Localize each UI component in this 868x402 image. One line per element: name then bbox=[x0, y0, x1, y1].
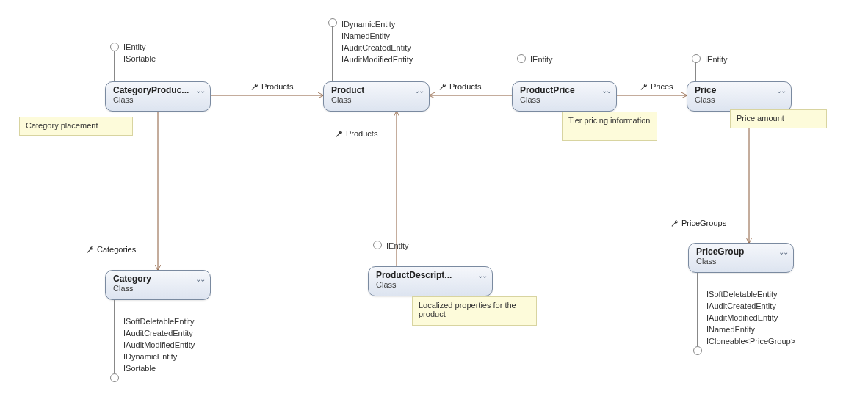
assoc-text: Categories bbox=[97, 245, 136, 254]
interface-item: INamedEntity bbox=[341, 30, 413, 42]
note-localized-props: Localized properties for the product bbox=[412, 296, 537, 326]
interface-item: IEntity bbox=[386, 240, 409, 252]
interface-item: ICloneable<PriceGroup> bbox=[706, 335, 795, 347]
interface-item: IDynamicEntity bbox=[341, 18, 413, 30]
class-subtitle: Class bbox=[331, 95, 422, 104]
lollipop-stem bbox=[114, 51, 115, 81]
interface-item: IAuditCreatedEntity bbox=[341, 42, 413, 54]
class-productdescription[interactable]: ProductDescript... Class ⌄⌄ bbox=[368, 266, 493, 296]
interface-item: IEntity bbox=[705, 54, 728, 65]
assoc-text: Products bbox=[449, 82, 481, 91]
interface-list-category: ISoftDeletableEntity IAuditCreatedEntity… bbox=[123, 315, 195, 374]
class-subtitle: Class bbox=[520, 95, 609, 104]
interface-item: ISoftDeletableEntity bbox=[123, 315, 195, 327]
class-title: CategoryProduc... bbox=[113, 85, 203, 95]
class-title: Product bbox=[331, 85, 422, 95]
note-price-amount: Price amount bbox=[730, 109, 827, 128]
wrench-icon bbox=[335, 130, 344, 139]
class-subtitle: Class bbox=[113, 284, 203, 293]
interface-item: INamedEntity bbox=[706, 324, 795, 335]
lollipop-icon bbox=[110, 43, 119, 51]
lollipop-stem bbox=[697, 273, 698, 346]
lollipop-icon bbox=[328, 18, 337, 27]
interface-item: IEntity bbox=[530, 54, 553, 65]
interface-item: IAuditModifiedEntity bbox=[341, 54, 413, 65]
interface-list-categoryproduct: IEntity ISortable bbox=[123, 41, 156, 65]
assoc-prices: Prices bbox=[640, 82, 673, 92]
interface-item: IAuditModifiedEntity bbox=[706, 312, 795, 324]
wrench-icon bbox=[250, 83, 259, 92]
interface-item: IAuditModifiedEntity bbox=[123, 339, 195, 351]
interface-list-productdescription: IEntity bbox=[386, 240, 409, 252]
expand-chevron-icon[interactable]: ⌄⌄ bbox=[195, 275, 204, 283]
assoc-categories: Categories bbox=[86, 245, 136, 255]
class-title: ProductPrice bbox=[520, 85, 609, 95]
class-price[interactable]: Price Class ⌄⌄ bbox=[687, 81, 792, 112]
assoc-text: Prices bbox=[651, 82, 673, 91]
lollipop-stem bbox=[695, 62, 696, 81]
note-tier-pricing: Tier pricing information bbox=[562, 112, 657, 141]
class-subtitle: Class bbox=[113, 95, 203, 104]
lollipop-icon bbox=[517, 54, 526, 63]
assoc-products-left: Products bbox=[250, 82, 293, 92]
class-subtitle: Class bbox=[695, 95, 784, 104]
assoc-products-bottom: Products bbox=[335, 129, 377, 139]
class-title: Category bbox=[113, 274, 203, 284]
interface-item: IAuditCreatedEntity bbox=[123, 327, 195, 339]
class-category[interactable]: Category Class ⌄⌄ bbox=[105, 270, 211, 300]
class-title: ProductDescript... bbox=[376, 270, 485, 280]
lollipop-stem bbox=[332, 26, 333, 81]
wrench-icon bbox=[640, 83, 648, 92]
wrench-icon bbox=[670, 219, 679, 228]
assoc-text: Products bbox=[346, 129, 377, 138]
interface-item: IDynamicEntity bbox=[123, 351, 195, 362]
interface-item: ISortable bbox=[123, 362, 195, 374]
lollipop-icon bbox=[373, 241, 382, 249]
class-title: PriceGroup bbox=[696, 246, 786, 257]
note-text: Category placement bbox=[26, 121, 98, 130]
interface-item: IAuditCreatedEntity bbox=[706, 300, 795, 312]
class-pricegroup[interactable]: PriceGroup Class ⌄⌄ bbox=[688, 243, 794, 273]
note-text: Price amount bbox=[737, 114, 784, 123]
expand-chevron-icon[interactable]: ⌄⌄ bbox=[601, 87, 610, 95]
note-text: Tier pricing information bbox=[568, 116, 650, 125]
class-productprice[interactable]: ProductPrice Class ⌄⌄ bbox=[512, 81, 617, 112]
assoc-pricegroups: PriceGroups bbox=[670, 219, 726, 228]
class-subtitle: Class bbox=[376, 280, 485, 289]
interface-item: IEntity bbox=[123, 41, 156, 53]
assoc-text: PriceGroups bbox=[681, 219, 726, 227]
expand-chevron-icon[interactable]: ⌄⌄ bbox=[776, 87, 785, 95]
interface-item: ISoftDeletableEntity bbox=[706, 288, 795, 300]
lollipop-icon bbox=[110, 373, 119, 382]
expand-chevron-icon[interactable]: ⌄⌄ bbox=[195, 87, 204, 95]
note-text: Localized properties for the product bbox=[419, 301, 516, 318]
lollipop-stem bbox=[377, 249, 377, 266]
note-category-placement: Category placement bbox=[19, 117, 133, 136]
interface-list-price: IEntity bbox=[705, 54, 728, 65]
interface-list-productprice: IEntity bbox=[530, 54, 553, 65]
assoc-products-right: Products bbox=[438, 82, 481, 92]
assoc-text: Products bbox=[261, 82, 293, 91]
class-subtitle: Class bbox=[696, 257, 786, 266]
wrench-icon bbox=[86, 246, 95, 255]
lollipop-stem bbox=[114, 300, 115, 373]
interface-item: ISortable bbox=[123, 53, 156, 65]
class-product[interactable]: Product Class ⌄⌄ bbox=[323, 81, 430, 112]
class-categoryproduct[interactable]: CategoryProduc... Class ⌄⌄ bbox=[105, 81, 211, 112]
wrench-icon bbox=[438, 83, 447, 92]
interface-list-product: IDynamicEntity INamedEntity IAuditCreate… bbox=[341, 18, 413, 65]
lollipop-icon bbox=[693, 346, 702, 355]
class-title: Price bbox=[695, 85, 784, 95]
expand-chevron-icon[interactable]: ⌄⌄ bbox=[414, 87, 423, 95]
expand-chevron-icon[interactable]: ⌄⌄ bbox=[778, 248, 787, 256]
lollipop-stem bbox=[521, 62, 521, 81]
interface-list-pricegroup: ISoftDeletableEntity IAuditCreatedEntity… bbox=[706, 288, 795, 347]
lollipop-icon bbox=[692, 54, 701, 63]
expand-chevron-icon[interactable]: ⌄⌄ bbox=[477, 271, 486, 279]
